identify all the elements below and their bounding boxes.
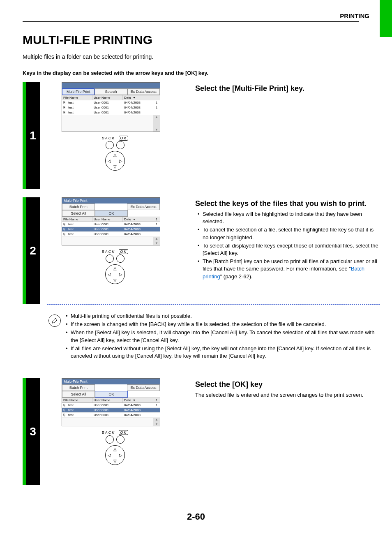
- file-row[interactable]: ⎘test User 0001 04/04/2008 1: [62, 403, 160, 408]
- file-icon: ⎘: [63, 106, 67, 109]
- select-all-key[interactable]: Select All: [62, 391, 95, 398]
- bullet: To select all displayed file keys except…: [198, 242, 380, 257]
- right-arrow-icon: ▷: [119, 453, 122, 458]
- file-row-selected[interactable]: ⎘test User 0001 04/04/2008: [62, 227, 160, 232]
- spacer: [128, 391, 160, 398]
- back-button[interactable]: [106, 141, 114, 149]
- note-icon: [48, 314, 61, 327]
- spacer: [95, 204, 127, 210]
- file-icon: ⎘: [63, 222, 67, 226]
- keys-instruction: Keys in the display can be selected with…: [23, 70, 208, 76]
- note-item: If all files are selected without using …: [66, 345, 380, 360]
- back-label: BACK: [102, 430, 115, 435]
- note-item: If the screen is changed with the [BACK]…: [66, 321, 380, 328]
- col-end: 1: [153, 217, 160, 222]
- step-text: Select the [Multi-File Print] key.: [195, 84, 380, 95]
- search-key[interactable]: Search: [95, 88, 127, 95]
- file-row[interactable]: ⎘test User 0001 04/04/2008 1: [62, 100, 160, 105]
- col-user-name: User Name: [92, 398, 123, 402]
- col-date: Date▼: [123, 217, 153, 222]
- file-row[interactable]: ⎘test User 0001 04/04/2008 1: [62, 105, 160, 110]
- up-arrow-icon: △: [113, 266, 117, 271]
- page-title: MULTI-FILE PRINTING: [23, 33, 152, 47]
- scroll-up-icon: ▲: [155, 237, 158, 240]
- step-heading: Select the [OK] key: [195, 380, 380, 389]
- scrollbar[interactable]: ▲▼: [153, 418, 160, 426]
- spacer: [128, 210, 160, 217]
- step-screen-area: Multi-File Print Search Ex Data Access F…: [62, 82, 168, 171]
- col-end: [153, 95, 160, 100]
- scrollbar[interactable]: ▲▼: [153, 237, 160, 245]
- step-text: Select the [OK] key The selected file is…: [195, 380, 380, 399]
- col-file-name: File Name: [62, 217, 92, 222]
- file-icon: ⎘: [63, 408, 67, 412]
- down-arrow-icon: ▽: [113, 164, 117, 169]
- list-empty-area: [62, 418, 153, 426]
- batch-print-key[interactable]: Batch Print: [62, 204, 95, 210]
- device-screen: Multi-File Print Search Ex Data Access F…: [62, 82, 160, 132]
- dpad[interactable]: △ ▽ ◁ ▷: [105, 264, 125, 284]
- dpad[interactable]: △ ▽ ◁ ▷: [105, 151, 125, 171]
- file-row-selected[interactable]: ⎘test User 0001 04/04/2008: [62, 408, 160, 413]
- device-screen: Multi-File Print Batch Print Ex Data Acc…: [62, 197, 160, 245]
- back-label: BACK: [102, 250, 115, 254]
- hardware-controls: BACK OK △ ▽ ◁ ▷: [62, 430, 168, 465]
- header-section: PRINTING: [23, 12, 369, 19]
- file-row[interactable]: ⎘test User 0001 04/04/2008 1: [62, 222, 160, 227]
- scroll-down-icon: ▼: [155, 128, 158, 132]
- scroll-down-icon: ▼: [155, 241, 158, 245]
- sort-icon: ▼: [133, 399, 136, 402]
- left-arrow-icon: ◁: [108, 453, 111, 458]
- col-user-name: User Name: [92, 217, 123, 222]
- step-text: Select the keys of the files that you wi…: [195, 199, 380, 281]
- scrollbar[interactable]: ▲▼: [153, 115, 160, 132]
- file-icon: ⎘: [63, 111, 67, 114]
- col-date: Date▼: [123, 95, 153, 100]
- note-item: When the [Select All] key is selected, i…: [66, 329, 380, 344]
- ok-key[interactable]: OK: [95, 210, 128, 217]
- right-arrow-icon: ▷: [119, 272, 122, 277]
- bullet: The [Batch Print] key can be used to pri…: [198, 258, 380, 280]
- step-body-text: The selected file is entered and the scr…: [195, 391, 380, 399]
- step-accent: [23, 82, 26, 189]
- step-screen-area: Multi-File Print Batch Print Ex Data Acc…: [62, 378, 168, 465]
- divider: [47, 304, 380, 305]
- ok-button[interactable]: [116, 254, 125, 263]
- file-row[interactable]: ⎘test User 0001 04/04/2008: [62, 110, 160, 115]
- intro-text: Multiple files in a folder can be select…: [23, 53, 153, 60]
- back-label: BACK: [102, 136, 115, 140]
- ok-button[interactable]: [116, 141, 125, 149]
- dpad[interactable]: △ ▽ ◁ ▷: [105, 445, 125, 465]
- ex-data-access-key[interactable]: Ex Data Access: [127, 384, 160, 391]
- step-2: 2 Multi-File Print Batch Print Ex Data A…: [23, 197, 380, 370]
- multi-file-print-key[interactable]: Multi-File Print: [62, 88, 95, 95]
- step-accent: [23, 197, 26, 304]
- file-row[interactable]: ⎘test User 0001 04/04/2008: [62, 232, 160, 237]
- spacer: [95, 384, 127, 391]
- file-icon: ⎘: [63, 232, 67, 236]
- step-screen-area: Multi-File Print Batch Print Ex Data Acc…: [62, 197, 168, 284]
- step-3: 3 Multi-File Print Batch Print Ex Data A…: [23, 378, 380, 485]
- scroll-down-icon: ▼: [155, 422, 158, 426]
- right-arrow-icon: ▷: [119, 159, 122, 163]
- ok-label: OK: [119, 430, 128, 435]
- step-heading: Select the [Multi-File Print] key.: [195, 84, 380, 93]
- screen-title: [62, 83, 160, 88]
- col-user-name: User Name: [92, 95, 123, 100]
- page-number: 2-60: [0, 511, 392, 522]
- file-row[interactable]: ⎘test User 0001 04/04/2008: [62, 413, 160, 418]
- header-rule: [23, 21, 359, 22]
- bullet: Selected file keys will be highlighted t…: [198, 210, 380, 225]
- back-button[interactable]: [106, 254, 114, 263]
- ex-data-access-key[interactable]: Ex Data Access: [127, 204, 160, 210]
- ok-button[interactable]: [116, 435, 125, 444]
- left-arrow-icon: ◁: [108, 272, 111, 277]
- select-all-key[interactable]: Select All: [62, 210, 95, 217]
- batch-print-key[interactable]: Batch Print: [62, 384, 95, 391]
- edge-tab: [380, 0, 392, 37]
- device-screen: Multi-File Print Batch Print Ex Data Acc…: [62, 378, 160, 426]
- ok-key[interactable]: OK: [95, 391, 128, 398]
- back-button[interactable]: [106, 435, 114, 444]
- ex-data-access-key[interactable]: Ex Data Access: [127, 88, 160, 95]
- hardware-controls: BACK OK △ ▽ ◁ ▷: [62, 136, 168, 171]
